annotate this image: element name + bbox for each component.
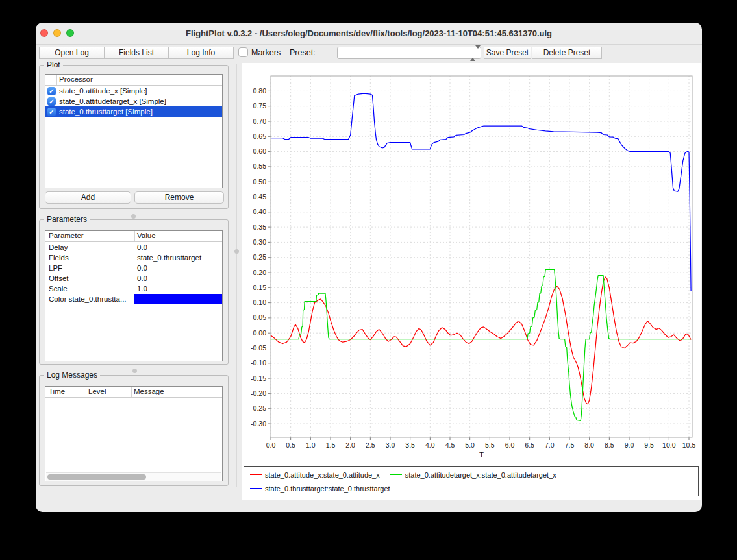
splitter-handle[interactable] <box>132 369 137 373</box>
parameter-row-color[interactable]: Color state_0.thrustta... <box>45 294 222 304</box>
parameters-table-header: Parameter Value <box>45 231 222 242</box>
checked-checkbox-icon[interactable]: ✓ <box>47 97 56 106</box>
parameter-value: 0.0 <box>134 274 222 282</box>
parameters-panel-title: Parameters <box>44 215 90 224</box>
fields-list-button[interactable]: Fields List <box>104 47 169 59</box>
blue-line-sample-icon <box>250 488 262 489</box>
legend-label: state_0.attitudetarget_x:state_0.attitud… <box>405 471 556 479</box>
parameter-row[interactable]: Delay 0.0 <box>45 242 222 252</box>
x-tick-label: 3.0 <box>386 441 395 449</box>
markers-checkbox[interactable] <box>238 47 248 57</box>
splitter-handle[interactable] <box>131 214 136 219</box>
header-divider <box>131 387 132 397</box>
parameter-value: 0.0 <box>134 264 222 272</box>
y-tick-label: 0.15 <box>253 284 267 291</box>
x-tick-label: 9.0 <box>625 441 634 449</box>
combo-stepper-icon[interactable] <box>470 48 479 58</box>
value-column-header: Value <box>137 232 156 239</box>
processor-list-header: Processor <box>45 75 222 86</box>
x-tick-label: 5.0 <box>465 441 475 449</box>
legend-item: state_0.attitude_x:state_0.attitude_x <box>250 471 380 479</box>
parameter-value: 0.0 <box>134 243 222 251</box>
x-tick-label: 2.0 <box>345 441 355 449</box>
x-tick-label: 3.5 <box>405 441 415 449</box>
markers-label: Markers <box>251 47 281 59</box>
log-messages-panel: Log Messages Time Level Message <box>39 375 229 486</box>
legend-label: state_0.attitude_x:state_0.attitude_x <box>265 471 380 479</box>
parameters-panel: Parameters Parameter Value Delay 0.0 Fie… <box>39 219 229 365</box>
legend-item: state_0.thrusttarget:state_0.thrusttarge… <box>250 485 390 493</box>
y-tick-label: 0.10 <box>253 298 267 306</box>
y-tick-label: 0.45 <box>253 193 267 201</box>
level-column-header: Level <box>88 387 106 395</box>
header-divider <box>86 387 86 397</box>
parameters-table[interactable]: Parameter Value Delay 0.0 Fields state_0… <box>45 230 223 361</box>
series-line <box>271 277 691 404</box>
vertical-splitter[interactable] <box>236 64 237 487</box>
x-tick-label: 0.0 <box>266 441 276 449</box>
window-title: FlightPlot v.0.3.2 - /Users/oleg/Documen… <box>36 23 702 44</box>
parameter-value: 1.0 <box>134 285 222 293</box>
time-column-header: Time <box>49 387 65 395</box>
y-tick-label: -0.20 <box>251 389 266 397</box>
x-tick-label: 10.5 <box>682 441 696 449</box>
y-tick-label: 0.55 <box>253 162 267 170</box>
x-axis-label: T <box>479 451 484 459</box>
open-log-button[interactable]: Open Log <box>39 47 105 59</box>
x-tick-label: 4.5 <box>445 441 455 449</box>
horizontal-scrollbar[interactable] <box>46 472 221 481</box>
line-chart[interactable]: 0.800.750.700.650.600.550.500.450.400.35… <box>242 63 701 462</box>
x-tick-label: 7.5 <box>565 441 575 449</box>
list-item[interactable]: ✓ state_0.attitude_x [Simple] <box>45 86 222 96</box>
parameter-row[interactable]: Offset 0.0 <box>45 273 222 284</box>
add-button[interactable]: Add <box>45 191 131 204</box>
x-tick-label: 4.0 <box>425 441 435 449</box>
processor-list[interactable]: Processor ✓ state_0.attitude_x [Simple] … <box>45 74 223 188</box>
checked-checkbox-icon[interactable]: ✓ <box>47 108 56 116</box>
checked-checkbox-icon[interactable]: ✓ <box>47 87 56 95</box>
parameter-name: Delay <box>45 243 134 251</box>
titlebar: FlightPlot v.0.3.2 - /Users/oleg/Documen… <box>36 23 702 45</box>
splitter-handle[interactable] <box>234 249 239 254</box>
list-item[interactable]: ✓ state_0.attitudetarget_x [Simple] <box>45 96 222 106</box>
color-swatch[interactable] <box>134 294 222 304</box>
preset-combobox[interactable] <box>337 47 481 59</box>
y-tick-label: 0.70 <box>253 117 267 125</box>
red-line-sample-icon <box>250 474 262 475</box>
parameter-name: LPF <box>45 264 134 272</box>
y-tick-label: 0.25 <box>253 253 267 261</box>
y-tick-label: 0.05 <box>253 313 267 321</box>
y-tick-label: -0.10 <box>251 359 266 367</box>
parameter-value: state_0.thrusttarget <box>134 254 222 262</box>
parameter-name: Scale <box>45 285 134 293</box>
plot-panel: Plot Processor ✓ state_0.attitude_x [Sim… <box>39 65 229 209</box>
processor-column-header: Processor <box>59 75 93 83</box>
x-tick-label: 1.0 <box>306 441 316 449</box>
y-tick-label: 0.00 <box>253 329 267 337</box>
parameter-row[interactable]: Scale 1.0 <box>45 284 222 294</box>
y-tick-label: -0.30 <box>251 420 266 428</box>
log-table-header: Time Level Message <box>45 387 222 398</box>
x-tick-label: 1.5 <box>326 441 336 449</box>
series-line <box>271 93 691 291</box>
x-tick-label: 6.5 <box>525 441 534 449</box>
log-messages-table[interactable]: Time Level Message <box>45 386 223 481</box>
save-preset-button[interactable]: Save Preset <box>484 47 531 59</box>
scrollbar-thumb[interactable] <box>47 474 146 480</box>
y-tick-label: -0.15 <box>251 374 266 382</box>
remove-button[interactable]: Remove <box>134 191 224 204</box>
parameter-name: Offset <box>45 274 134 282</box>
delete-preset-button[interactable]: Delete Preset <box>532 47 602 59</box>
list-item-selected[interactable]: ✓ state_0.thrusttarget [Simple] <box>45 106 222 117</box>
x-tick-label: 9.5 <box>644 441 654 449</box>
x-tick-label: 8.5 <box>605 441 614 449</box>
chart-area[interactable]: 0.800.750.700.650.600.550.500.450.400.35… <box>242 63 701 500</box>
parameter-row[interactable]: LPF 0.0 <box>45 263 222 273</box>
x-tick-label: 10.0 <box>662 441 676 449</box>
parameter-row[interactable]: Fields state_0.thrusttarget <box>45 252 222 263</box>
x-tick-label: 7.0 <box>545 441 555 449</box>
plot-panel-title: Plot <box>44 60 63 69</box>
green-line-sample-icon <box>390 474 402 475</box>
log-info-button[interactable]: Log Info <box>168 47 234 59</box>
parameter-column-header: Parameter <box>49 232 84 239</box>
